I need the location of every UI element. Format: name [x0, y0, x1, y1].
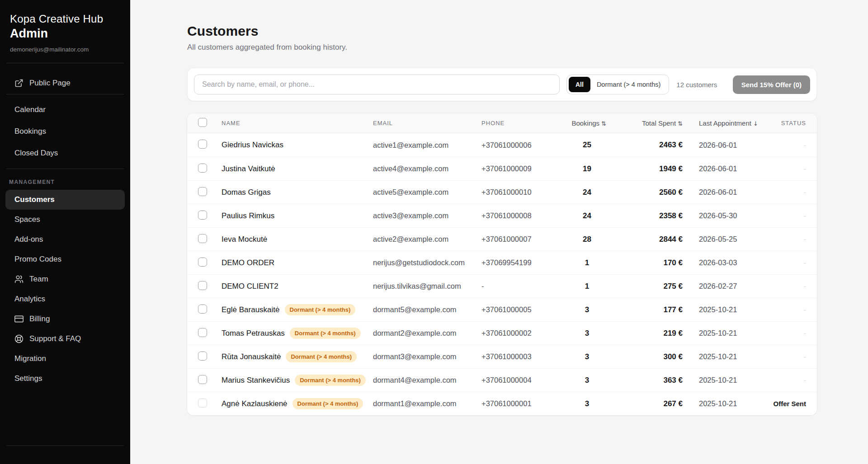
search-input[interactable]: [194, 75, 560, 94]
column-header-bookings[interactable]: Bookings⇅: [568, 119, 606, 127]
sidebar-item-analytics[interactable]: Analytics: [5, 289, 125, 309]
customer-bookings: 3: [568, 329, 606, 338]
sidebar: Kopa Creative Hub Admin demonerijus@mail…: [0, 0, 130, 464]
table-row: Domas Grigas active5@example.com +370610…: [187, 180, 817, 204]
customer-status: -: [764, 141, 806, 149]
sidebar-divider: [6, 445, 124, 446]
sidebar-item-customers[interactable]: Customers: [5, 190, 125, 210]
main-content: Customers All customers aggregated from …: [130, 0, 868, 464]
table-header-row: NAME EMAIL PHONE Bookings⇅ Total Spent⇅ …: [187, 113, 817, 133]
customer-bookings: 24: [568, 211, 606, 220]
column-header-phone: PHONE: [481, 120, 568, 127]
customer-phone: +37061000007: [481, 235, 568, 244]
customer-last-appointment: 2026-02-27: [699, 282, 764, 291]
customer-status: -: [764, 188, 806, 196]
row-checkbox[interactable]: [198, 211, 207, 220]
customer-bookings: 1: [568, 282, 606, 291]
customer-last-appointment: 2025-10-21: [699, 399, 764, 408]
customer-email: active5@example.com: [373, 188, 481, 197]
customer-email: active2@example.com: [373, 235, 481, 244]
sidebar-item-team[interactable]: Team: [5, 269, 125, 289]
filter-toolbar: All Dormant (> 4 months) 12 customers Se…: [187, 68, 817, 101]
customer-last-appointment: 2025-10-21: [699, 352, 764, 361]
table-row: Tomas Petrauskas Dormant (> 4 months) do…: [187, 321, 817, 345]
sidebar-item-migration[interactable]: Migration: [5, 349, 125, 369]
customer-email: nerijus.tilvikas@gmail.com: [373, 282, 481, 291]
customers-table: NAME EMAIL PHONE Bookings⇅ Total Spent⇅ …: [187, 113, 817, 415]
customer-status: -: [764, 259, 806, 267]
customer-email: dormant5@example.com: [373, 305, 481, 314]
credit-card-icon: [14, 314, 24, 323]
sidebar-item-support-faq[interactable]: Support & FAQ: [5, 329, 125, 349]
customer-total-spent: 363 €: [606, 376, 683, 385]
brand-block: Kopa Creative Hub Admin demonerijus@mail…: [0, 0, 130, 63]
customer-last-appointment: 2026-05-25: [699, 235, 764, 244]
table-row: DEMO ORDER nerijus@getstudiodock.com +37…: [187, 251, 817, 274]
sidebar-item-bookings[interactable]: Bookings: [5, 121, 125, 142]
external-link-icon: [14, 79, 24, 88]
customer-email: active1@example.com: [373, 141, 481, 150]
row-checkbox[interactable]: [198, 305, 207, 314]
customer-phone: +37061000006: [481, 141, 568, 150]
sort-both-icon: ⇅: [678, 120, 683, 127]
customer-name: Marius Stankevičius: [222, 376, 290, 385]
table-row: Giedrius Navickas active1@example.com +3…: [187, 133, 817, 157]
customer-phone: +37061000010: [481, 188, 568, 197]
customer-status: -: [764, 282, 806, 290]
column-header-status: STATUS: [764, 120, 806, 127]
customer-total-spent: 267 €: [606, 399, 683, 408]
row-checkbox[interactable]: [198, 140, 207, 149]
sidebar-item-closed-days[interactable]: Closed Days: [5, 142, 125, 164]
customer-status: -: [764, 353, 806, 361]
customer-total-spent: 2844 €: [606, 235, 683, 244]
customer-last-appointment: 2026-06-01: [699, 141, 764, 150]
send-offer-button[interactable]: Send 15% Offer (0): [733, 75, 810, 94]
user-email: demonerijus@mailinator.com: [10, 46, 120, 53]
sidebar-item-calendar[interactable]: Calendar: [5, 99, 125, 121]
sidebar-nav-management: Customers Spaces Add-ons Promo Codes Tea…: [0, 190, 130, 389]
row-checkbox[interactable]: [198, 328, 207, 337]
sidebar-item-promo-codes[interactable]: Promo Codes: [5, 249, 125, 269]
sidebar-item-add-ons[interactable]: Add-ons: [5, 230, 125, 249]
sidebar-nav-main: Calendar Bookings Closed Days: [0, 94, 130, 169]
sidebar-item-public-page[interactable]: Public Page: [5, 72, 125, 94]
row-checkbox[interactable]: [198, 164, 207, 173]
row-checkbox[interactable]: [198, 281, 207, 290]
select-all-checkbox[interactable]: [198, 118, 207, 127]
customer-email: nerijus@getstudiodock.com: [373, 258, 481, 267]
row-checkbox[interactable]: [198, 258, 207, 267]
customer-bookings: 3: [568, 399, 606, 408]
customer-last-appointment: 2026-05-30: [699, 211, 764, 220]
customer-name: DEMO ORDER: [222, 258, 274, 267]
customer-last-appointment: 2025-10-21: [699, 305, 764, 314]
customer-email: dormant3@example.com: [373, 352, 481, 361]
sidebar-item-settings[interactable]: Settings: [5, 369, 125, 389]
table-row: Rūta Jonauskaitė Dormant (> 4 months) do…: [187, 345, 817, 368]
column-header-last-appointment[interactable]: Last Appointment↓: [699, 119, 764, 127]
row-checkbox[interactable]: [198, 375, 207, 384]
customer-total-spent: 2560 €: [606, 188, 683, 197]
dormant-badge: Dormant (> 4 months): [292, 398, 363, 409]
row-checkbox[interactable]: [198, 234, 207, 243]
filter-all-button[interactable]: All: [569, 77, 590, 92]
sidebar-item-spaces[interactable]: Spaces: [5, 210, 125, 230]
customer-phone: +37069954199: [481, 258, 568, 267]
customer-total-spent: 170 €: [606, 258, 683, 267]
sort-desc-icon: ↓: [753, 120, 758, 127]
row-checkbox[interactable]: [198, 187, 207, 196]
column-header-total-spent[interactable]: Total Spent⇅: [606, 119, 683, 127]
customer-total-spent: 2463 €: [606, 141, 683, 150]
filter-toggle-group: All Dormant (> 4 months): [566, 75, 669, 94]
customer-last-appointment: 2026-03-03: [699, 258, 764, 267]
customer-total-spent: 1949 €: [606, 164, 683, 173]
customer-bookings: 3: [568, 305, 606, 314]
table-row: Ieva Mockutė active2@example.com +370610…: [187, 227, 817, 251]
filter-dormant-button[interactable]: Dormant (> 4 months): [590, 77, 667, 92]
row-checkbox[interactable]: [198, 352, 207, 361]
sidebar-item-billing[interactable]: Billing: [5, 309, 125, 329]
customer-total-spent: 219 €: [606, 329, 683, 338]
customer-status: -: [764, 329, 806, 337]
customer-bookings: 19: [568, 164, 606, 173]
customer-email: dormant1@example.com: [373, 399, 481, 408]
customer-email: active4@example.com: [373, 164, 481, 173]
